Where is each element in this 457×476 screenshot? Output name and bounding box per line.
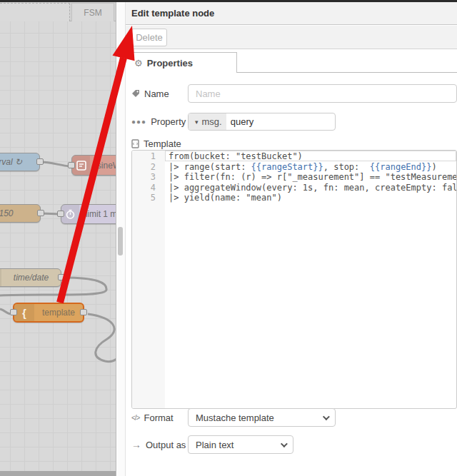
template-label: Template: [131, 138, 188, 149]
workspace-tab-fsm[interactable]: FSM: [71, 3, 114, 21]
node-limit[interactable]: limit 1 ms: [61, 204, 116, 224]
node-sinewave-label: sineW: [90, 161, 116, 171]
right-arrow-icon: →: [131, 440, 141, 450]
output-label: → Output as: [131, 440, 188, 450]
format-select[interactable]: Mustache template: [188, 408, 336, 427]
wire-template-out: [88, 314, 116, 362]
format-label-text: Format: [144, 412, 173, 423]
delete-button[interactable]: Delete: [131, 29, 167, 46]
node-sinewave[interactable]: sineW: [71, 155, 116, 176]
dialog-title: Edit template node: [131, 8, 214, 19]
ellipsis-icon: ●●●: [131, 118, 146, 126]
node-timedate-label: time/date: [1, 273, 61, 283]
output-row: → Output as Plain text: [131, 435, 457, 454]
node-template-label: template: [34, 308, 83, 318]
flow-canvas[interactable]: FSM interval ↻ sineW s-150: [0, 2, 116, 476]
dialog-header: Edit template node: [126, 2, 457, 25]
node-template-input-port[interactable]: [10, 309, 17, 315]
code-line: |> yield(name: "mean"): [169, 193, 456, 203]
editor-code: from(bucket: "testBucket")|> range(start…: [165, 151, 456, 408]
code-line: |> range(start: {{rangeStart}}, stop: {{…: [169, 162, 456, 173]
caret-down-icon: ▾: [195, 118, 199, 126]
canvas-horizontal-scrollbar[interactable]: [0, 471, 116, 476]
app-header-edge: [0, 0, 457, 2]
editor-gutter: 12345: [132, 151, 165, 408]
screenshot-root: FSM interval ↻ sineW s-150: [0, 0, 457, 476]
mustache-token: {{rangeEnd}}: [370, 162, 432, 172]
dialog-form: Name ●●● Property ▾ msg. query: [126, 73, 457, 476]
template-label-row: Template: [131, 138, 457, 149]
code-line: from(bucket: "testBucket"): [169, 151, 456, 162]
wire-interval-sine: [41, 162, 70, 166]
node-interval[interactable]: interval ↻: [0, 153, 40, 171]
code-line: |> filter(fn: (r) => r["_measurement"] =…: [169, 172, 456, 183]
node-limit-input-port[interactable]: [57, 211, 64, 217]
line-number: 4: [132, 183, 156, 193]
node-timedate[interactable]: f time/date: [0, 268, 61, 287]
node-timedate-output-port[interactable]: [58, 274, 65, 280]
code-icon: </>: [131, 414, 139, 422]
name-input[interactable]: [188, 84, 457, 103]
tag-icon: [131, 89, 140, 98]
curly-brace-icon: {: [14, 304, 34, 321]
property-value-input[interactable]: query: [226, 116, 254, 127]
line-number: 2: [132, 162, 156, 173]
format-row: </> Format Mustache template: [131, 408, 457, 427]
code-line: |> aggregateWindow(every: 1s, fn: mean, …: [169, 183, 456, 193]
dialog-tabrow: ⚙ Properties: [126, 51, 457, 73]
mustache-token: {{rangeStart}}: [251, 162, 323, 172]
node-interval-output-port[interactable]: [36, 158, 44, 165]
template-code-editor[interactable]: 12345 from(bucket: "testBucket")|> range…: [131, 150, 457, 409]
property-field[interactable]: ▾ msg. query: [188, 113, 336, 131]
node-s150-output-port[interactable]: [37, 210, 44, 216]
format-select-value: Mustache template: [196, 412, 274, 423]
node-interval-label: interval ↻: [0, 157, 39, 167]
node-s150-label: s-150: [0, 208, 40, 218]
property-label-text: Property: [151, 116, 186, 127]
chevron-down-icon: [323, 413, 330, 420]
workspace-tab-partial[interactable]: [0, 3, 70, 21]
node-limit-label: limit 1 ms: [79, 209, 116, 219]
output-select[interactable]: Plain text: [188, 435, 293, 454]
tab-properties[interactable]: ⚙ Properties: [126, 52, 237, 73]
line-number: 3: [132, 172, 156, 183]
format-label: </> Format: [131, 412, 188, 423]
property-type-dropdown[interactable]: ▾ msg.: [189, 113, 226, 130]
property-prefix-text: msg.: [202, 116, 222, 127]
node-template-output-port[interactable]: [80, 309, 87, 315]
wire-into-template: [0, 309, 10, 314]
node-s150[interactable]: s-150: [0, 204, 41, 223]
tray-scroll-strip: [117, 2, 125, 476]
edit-template-dialog: Edit template node Delete ⚙ Properties N…: [125, 2, 457, 476]
line-number: 5: [132, 193, 156, 203]
gear-icon: ⚙: [134, 58, 143, 69]
file-code-icon: [131, 139, 139, 148]
property-label: ●●● Property: [131, 116, 188, 127]
template-label-text: Template: [144, 138, 181, 149]
property-row: ●●● Property ▾ msg. query: [131, 113, 457, 131]
dialog-toolbar: Delete: [126, 26, 457, 49]
tray-scrollbar-thumb[interactable]: [118, 227, 123, 255]
chevron-down-icon: [281, 440, 288, 447]
name-label-text: Name: [144, 88, 169, 99]
name-row: Name: [131, 84, 457, 103]
output-label-text: Output as: [146, 440, 186, 450]
node-template-selected[interactable]: { template: [13, 303, 84, 323]
workspace-tabbar: FSM: [0, 2, 116, 21]
node-sinewave-input-port[interactable]: [68, 162, 75, 168]
flow-wires: [0, 21, 116, 471]
output-select-value: Plain text: [196, 440, 233, 450]
tab-properties-label: Properties: [147, 58, 193, 69]
line-number: 1: [132, 151, 156, 162]
name-label: Name: [131, 88, 188, 99]
